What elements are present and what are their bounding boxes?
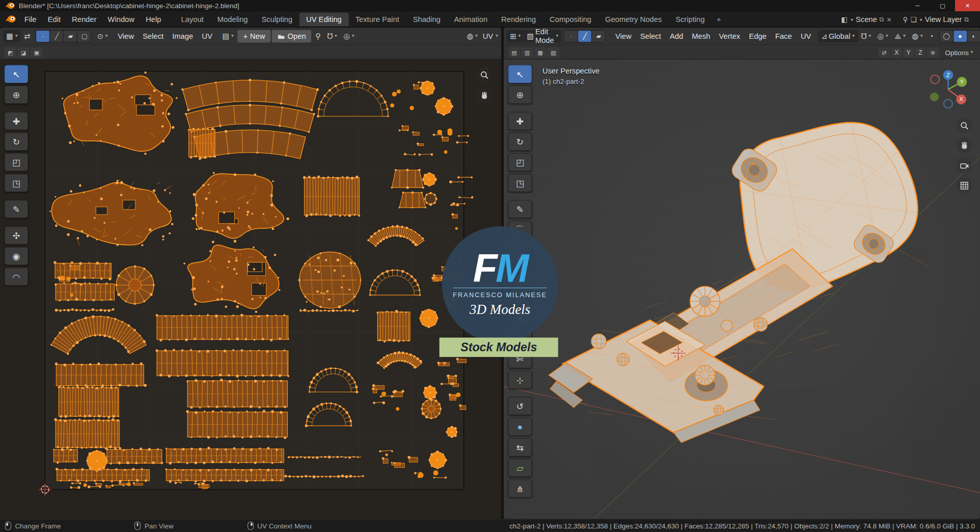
vp-menu-mesh[interactable]: Mesh xyxy=(688,32,715,40)
menu-edit[interactable]: Edit xyxy=(42,12,66,26)
pin-button[interactable]: ⚲ xyxy=(312,30,324,42)
pin-icon[interactable]: ⚲ xyxy=(903,15,908,23)
new-scene-icon[interactable]: ⧉ xyxy=(879,16,884,23)
tool-transform[interactable]: ◳ xyxy=(5,174,29,192)
tool-tweak-select[interactable]: ↖ xyxy=(5,65,29,83)
uv-menu-uv[interactable]: UV xyxy=(198,32,217,40)
tool-tweak-select[interactable]: ↖ xyxy=(508,65,532,83)
xray-toggle[interactable]: ◔ xyxy=(926,30,937,42)
workspace-tab-animation[interactable]: Animation xyxy=(447,12,494,26)
uv-select-mode-edge[interactable]: ╱ xyxy=(50,30,63,41)
maximize-button[interactable]: ▢ xyxy=(930,0,955,11)
options-dropdown[interactable]: Options ▾ xyxy=(942,46,976,58)
tool-cursor-2d[interactable]: ⊕ xyxy=(5,86,29,104)
workspace-tab-uv-editing[interactable]: UV Editing xyxy=(299,12,348,26)
mode-selector[interactable]: ▧ Edit Mode ▾ xyxy=(524,30,561,42)
tool-shear[interactable]: ▱ xyxy=(508,459,532,477)
uv-header-toggle-1[interactable]: ◩ xyxy=(5,47,16,57)
workspace-tab-layout[interactable]: Layout xyxy=(174,12,210,26)
tool-rip-region[interactable]: ⋔ xyxy=(508,479,532,498)
tool-move[interactable]: ✚ xyxy=(5,112,29,130)
proportional-edit-button[interactable]: ◎▾ xyxy=(340,30,358,42)
pan-hand-icon[interactable] xyxy=(956,137,972,153)
workspace-tab-texture-paint[interactable]: Texture Paint xyxy=(349,12,406,26)
uv-menu-select[interactable]: Select xyxy=(138,32,168,40)
unlink-scene-icon[interactable]: ✕ xyxy=(887,16,892,22)
tool-grab[interactable]: ✣ xyxy=(5,226,29,245)
mirror-axis-x[interactable]: X xyxy=(891,47,902,57)
vp-header-toggle-2[interactable]: ▥ xyxy=(521,47,533,57)
menu-help[interactable]: Help xyxy=(140,12,166,26)
tool-annotate[interactable]: ✎ xyxy=(508,200,532,219)
navigation-gizmo[interactable]: Z Y X xyxy=(926,67,970,111)
tool-pinch[interactable]: ◠ xyxy=(5,268,29,286)
vp-menu-vertex[interactable]: Vertex xyxy=(715,32,745,40)
workspace-tab-sculpting[interactable]: Sculpting xyxy=(255,12,299,26)
workspace-tab-rendering[interactable]: Rendering xyxy=(495,12,543,26)
vp-select-mode-face[interactable]: ▰ xyxy=(592,30,605,41)
vp-select-mode-edge[interactable]: ╱ xyxy=(578,30,592,41)
tool-move[interactable]: ✚ xyxy=(508,112,532,130)
vp-menu-view[interactable]: View xyxy=(611,32,636,40)
zoom-icon[interactable] xyxy=(476,67,492,83)
mirror-axis-z[interactable]: Z xyxy=(915,47,926,57)
tool-rotate[interactable]: ↻ xyxy=(5,133,29,151)
vp-menu-uv[interactable]: UV xyxy=(796,32,816,40)
proportional-edit-button[interactable]: ◎▾ xyxy=(874,30,892,42)
tool-rotate[interactable]: ↻ xyxy=(508,133,532,151)
zoom-icon[interactable] xyxy=(956,117,972,133)
uv-menu-view[interactable]: View xyxy=(113,32,138,40)
workspace-tab-geometry-nodes[interactable]: Geometry Nodes xyxy=(598,12,669,26)
uv-menu-image[interactable]: Image xyxy=(168,32,198,40)
pan-hand-icon[interactable] xyxy=(476,87,492,103)
view-layer-name[interactable]: View Layer xyxy=(925,15,962,23)
vp-menu-add[interactable]: Add xyxy=(666,32,688,40)
orthographic-grid-icon[interactable] xyxy=(956,178,972,194)
overlays-toggle[interactable]: ◍▾ xyxy=(909,30,926,42)
menu-file[interactable]: File xyxy=(19,12,42,26)
add-workspace-button[interactable]: + xyxy=(712,12,726,26)
snap-button[interactable]: ℧▾ xyxy=(324,30,340,42)
shading-wireframe-button[interactable]: ◯ xyxy=(940,30,953,41)
shading-material-button[interactable]: ◐ xyxy=(967,30,980,41)
editor-type-button[interactable]: ⊞▾ xyxy=(507,30,524,42)
tool-annotate[interactable]: ✎ xyxy=(5,200,29,219)
uv-header-toggle-2[interactable]: ◪ xyxy=(17,47,29,57)
copy-view-layer-icon[interactable]: ⧉ xyxy=(964,16,969,23)
workspace-tab-scripting[interactable]: Scripting xyxy=(669,12,712,26)
snap-target-icon[interactable]: ⊕ xyxy=(927,47,939,57)
tool-poly-build[interactable]: ⊹ xyxy=(508,371,532,389)
vp-header-toggle-1[interactable]: ▤ xyxy=(508,47,520,57)
tool-transform[interactable]: ◳ xyxy=(508,174,532,192)
minimize-button[interactable]: ─ xyxy=(905,0,930,11)
image-browse-button[interactable]: ▤▾ xyxy=(219,30,237,42)
menu-render[interactable]: Render xyxy=(66,12,102,26)
scene-name[interactable]: Scene xyxy=(856,15,877,23)
tool-edge-slide[interactable]: ⇆ xyxy=(508,438,532,456)
image-open-button[interactable]: Open xyxy=(272,30,312,42)
workspace-tab-compositing[interactable]: Compositing xyxy=(543,12,598,26)
vp-menu-select[interactable]: Select xyxy=(636,32,666,40)
tool-scale[interactable]: ◰ xyxy=(508,153,532,172)
mirror-axis-y[interactable]: Y xyxy=(903,47,914,57)
vp-header-toggle-4[interactable]: ▧ xyxy=(548,47,559,57)
shading-solid-button[interactable]: ● xyxy=(953,30,967,41)
uv-header-toggle-3[interactable]: ▣ xyxy=(31,47,42,57)
uv-select-mode-face[interactable]: ▰ xyxy=(64,30,77,41)
vp-menu-edge[interactable]: Edge xyxy=(745,32,771,40)
display-channel[interactable]: UV xyxy=(481,32,495,40)
uv-select-mode-island[interactable]: ▢ xyxy=(78,30,91,41)
snap-button[interactable]: ℧▾ xyxy=(858,30,874,42)
uv-select-mode-vertex[interactable]: ∙ xyxy=(37,30,50,41)
blender-icon[interactable] xyxy=(5,14,16,23)
uv-canvas[interactable]: ↖⊕✚↻◰◳✎✣◉◠ xyxy=(0,59,501,519)
sticky-selection-button[interactable]: ⊙▾ xyxy=(94,30,111,42)
tool-relax[interactable]: ◉ xyxy=(5,247,29,265)
tool-scale[interactable]: ◰ xyxy=(5,153,29,172)
overlays-toggle[interactable]: ◍▾ xyxy=(463,30,481,42)
show-gizmo-toggle[interactable]: ⟁▾ xyxy=(891,30,909,42)
uv-sync-toggle[interactable]: ⇄ xyxy=(21,30,34,42)
uv-layout-view[interactable] xyxy=(0,59,501,519)
image-new-button[interactable]: +New xyxy=(237,30,271,42)
vp-menu-face[interactable]: Face xyxy=(771,32,796,40)
